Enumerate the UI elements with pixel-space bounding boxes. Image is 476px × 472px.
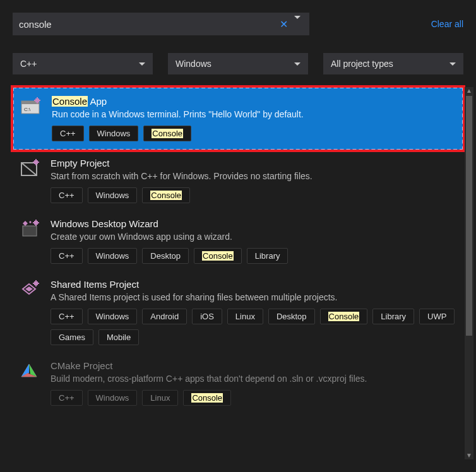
template-tag: UWP xyxy=(419,309,455,324)
template-tags: C++WindowsAndroidiOSLinuxDesktopConsoleL… xyxy=(51,309,457,345)
template-tag: C++ xyxy=(52,126,84,141)
template-item[interactable]: Windows Desktop WizardCreate your own Wi… xyxy=(13,211,463,271)
svg-rect-14 xyxy=(33,222,39,223)
template-tag: Linux xyxy=(142,390,178,406)
template-tag: C++ xyxy=(51,309,83,324)
template-tag: C++ xyxy=(51,187,83,203)
template-tag: Games xyxy=(51,329,93,345)
template-tags: C++WindowsLinuxConsole xyxy=(51,390,457,406)
chevron-down-icon xyxy=(449,62,456,66)
scrollbar-down-icon[interactable]: ▼ xyxy=(466,452,472,459)
svg-rect-5 xyxy=(34,100,40,101)
wizard-template-icon xyxy=(19,218,40,240)
template-item[interactable]: Shared Items ProjectA Shared Items proje… xyxy=(13,271,463,353)
template-title: CMake Project xyxy=(51,360,457,371)
template-tag: Library xyxy=(247,248,289,264)
svg-text:C:\: C:\ xyxy=(24,107,31,112)
template-item[interactable]: Empty ProjectStart from scratch with C++… xyxy=(13,150,463,211)
template-tag: Windows xyxy=(88,187,138,203)
template-tags: C++WindowsDesktopConsoleLibrary xyxy=(51,248,457,264)
template-tag: Console xyxy=(320,309,368,324)
template-tag: Mobile xyxy=(98,329,139,345)
template-title: Shared Items Project xyxy=(51,279,457,290)
template-tag: Desktop xyxy=(142,248,189,264)
platform-filter-label: Windows xyxy=(176,59,294,69)
search-dropdown-icon[interactable] xyxy=(292,19,303,29)
template-tag: Desktop xyxy=(268,309,315,324)
template-tag: Console xyxy=(142,187,190,203)
clear-search-icon[interactable]: ✕ xyxy=(276,18,292,30)
project-type-filter[interactable]: All project types xyxy=(323,53,463,74)
template-tag: Console xyxy=(194,248,242,264)
cmake-template-icon xyxy=(19,360,40,382)
empty-template-icon xyxy=(19,158,40,179)
template-description: A Shared Items project is used for shari… xyxy=(51,292,457,302)
scrollbar-thumb[interactable] xyxy=(466,96,472,336)
template-tags: C++WindowsConsole xyxy=(52,126,456,141)
scrollbar-up-icon[interactable]: ▲ xyxy=(466,87,472,95)
template-description: Run code in a Windows terminal. Prints "… xyxy=(52,109,456,119)
language-filter-label: C++ xyxy=(20,59,139,69)
svg-rect-10 xyxy=(33,162,39,163)
template-tag: Console xyxy=(183,390,231,406)
svg-line-7 xyxy=(21,163,37,175)
template-tag: C++ xyxy=(51,390,83,406)
console-template-icon: C:\ xyxy=(20,96,42,117)
template-tag: Console xyxy=(143,126,191,141)
template-tag: Linux xyxy=(227,309,263,324)
template-title: Windows Desktop Wizard xyxy=(51,218,457,229)
template-description: Create your own Windows app using a wiza… xyxy=(51,232,457,242)
template-tag: Android xyxy=(142,309,187,324)
svg-rect-17 xyxy=(33,283,39,284)
template-item[interactable]: C:\Console AppRun code in a Windows term… xyxy=(13,87,463,150)
scrollbar[interactable]: ▲ ▼ xyxy=(465,87,473,459)
shared-template-icon xyxy=(19,279,40,300)
template-tag: Windows xyxy=(89,126,139,141)
template-tag: Library xyxy=(372,309,414,324)
template-tag: Windows xyxy=(88,309,138,324)
template-title: Console App xyxy=(52,96,456,107)
language-filter[interactable]: C++ xyxy=(13,53,153,74)
template-tag: Windows xyxy=(88,248,138,264)
svg-rect-11 xyxy=(23,226,37,236)
template-description: Start from scratch with C++ for Windows.… xyxy=(51,171,457,181)
chevron-down-icon xyxy=(294,62,300,66)
template-tags: C++WindowsConsole xyxy=(51,187,457,203)
template-description: Build modern, cross-platform C++ apps th… xyxy=(51,374,457,384)
clear-all-link[interactable]: Clear all xyxy=(431,19,463,29)
template-tag: Windows xyxy=(88,390,138,406)
template-title: Empty Project xyxy=(51,158,457,168)
template-tag: C++ xyxy=(51,248,83,264)
search-input[interactable] xyxy=(19,19,276,30)
template-tag: iOS xyxy=(192,309,222,324)
project-type-filter-label: All project types xyxy=(331,59,449,69)
template-item[interactable]: CMake ProjectBuild modern, cross-platfor… xyxy=(13,353,463,413)
chevron-down-icon xyxy=(139,62,145,66)
search-box[interactable]: ✕ xyxy=(13,13,309,35)
platform-filter[interactable]: Windows xyxy=(168,53,308,74)
